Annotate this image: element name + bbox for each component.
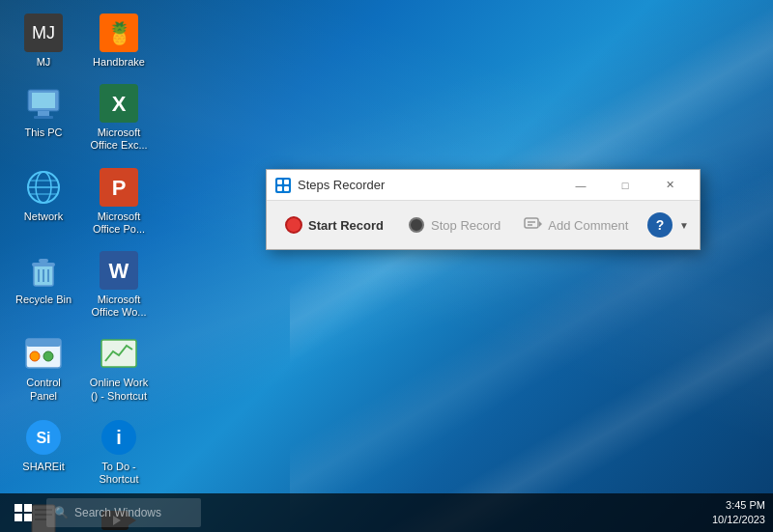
- add-comment-icon: [524, 215, 543, 235]
- windows-logo-icon: [14, 504, 32, 521]
- recycle-bin-label: Recycle Bin: [15, 294, 72, 306]
- window-controls: — □ ✕: [558, 170, 692, 201]
- desktop-icon-handbrake[interactable]: 🍍 Handbrake: [85, 10, 153, 72]
- svg-point-28: [43, 351, 53, 361]
- word-icon: W: [100, 251, 138, 290]
- online-work-label: Online Work () - Shortcut: [89, 377, 149, 402]
- powerpoint-label: Microsoft Office Po...: [89, 210, 149, 236]
- mj-label: MJ: [37, 56, 51, 69]
- stop-record-button[interactable]: Stop Record: [397, 209, 510, 241]
- word-label: Microsoft Office Wo...: [89, 294, 149, 319]
- desktop-icon-this-pc[interactable]: This PC: [10, 80, 77, 155]
- svg-text:MJ: MJ: [32, 23, 55, 42]
- icon-row-2: This PC X Microsoft Office Exc...: [10, 80, 153, 155]
- svg-rect-29: [101, 340, 136, 367]
- svg-rect-18: [32, 263, 55, 266]
- desktop-icon-online-work[interactable]: Online Work () - Shortcut: [85, 330, 153, 406]
- svg-rect-19: [39, 259, 48, 263]
- icon-row-5: Control Panel Online Work () - Shortcut: [10, 330, 153, 406]
- svg-text:X: X: [112, 92, 127, 116]
- desktop-icon-recycle-bin[interactable]: Recycle Bin: [10, 247, 77, 322]
- todo-label: To Do - Shortcut: [89, 461, 149, 486]
- taskbar-search-placeholder: Search Windows: [74, 506, 161, 519]
- desktop-icon-control-panel[interactable]: Control Panel: [10, 330, 77, 406]
- steps-recorder-app-icon: [274, 177, 292, 194]
- svg-point-27: [30, 351, 40, 361]
- taskbar-search-box[interactable]: 🔍 Search Windows: [46, 498, 201, 527]
- excel-label: Microsoft Office Exc...: [89, 126, 149, 152]
- recycle-bin-icon: [24, 251, 63, 290]
- desktop-icon-shareit[interactable]: Si SHAREit: [10, 414, 77, 490]
- excel-icon: X: [100, 84, 138, 123]
- svg-rect-45: [284, 180, 289, 184]
- shareit-label: SHAREit: [22, 461, 64, 473]
- start-record-label: Start Record: [308, 218, 384, 233]
- svg-rect-44: [277, 180, 282, 184]
- icon-row-4: Recycle Bin W Microsoft Office Wo...: [10, 247, 153, 322]
- handbrake-icon: 🍍: [100, 14, 138, 52]
- window-titlebar: Steps Recorder — □ ✕: [267, 170, 700, 201]
- control-panel-icon: [24, 334, 63, 373]
- dropdown-arrow-button[interactable]: ▼: [676, 211, 692, 238]
- taskbar-right-area: 3:45 PM 10/12/2023: [712, 498, 773, 528]
- minimize-button[interactable]: —: [558, 170, 603, 201]
- svg-text:P: P: [112, 176, 127, 200]
- taskbar-date-display: 10/12/2023: [712, 513, 765, 527]
- svg-rect-7: [34, 116, 53, 119]
- desktop-icon-word[interactable]: W Microsoft Office Wo...: [85, 247, 153, 322]
- svg-rect-47: [284, 186, 289, 191]
- start-record-icon: [284, 215, 303, 235]
- maximize-button[interactable]: □: [603, 170, 647, 201]
- todo-icon: i: [100, 418, 138, 457]
- taskbar-search-icon: 🔍: [54, 506, 69, 519]
- mj-icon: MJ: [24, 14, 63, 52]
- network-icon: [24, 168, 63, 207]
- desktop-icon-excel[interactable]: X Microsoft Office Exc...: [85, 80, 153, 155]
- svg-text:🍍: 🍍: [106, 20, 133, 46]
- stop-record-label: Stop Record: [431, 218, 501, 233]
- svg-rect-6: [38, 111, 49, 116]
- svg-rect-26: [26, 339, 61, 347]
- window-title: Steps Recorder: [298, 178, 558, 192]
- svg-text:i: i: [116, 427, 122, 448]
- taskbar-time-display: 3:45 PM: [712, 498, 765, 513]
- close-button[interactable]: ✕: [647, 170, 692, 201]
- network-label: Network: [24, 210, 63, 223]
- powerpoint-icon: P: [100, 168, 138, 207]
- desktop-icon-todo[interactable]: i To Do - Shortcut: [85, 414, 153, 490]
- taskbar: 🔍 Search Windows 3:45 PM 10/12/2023: [0, 493, 773, 532]
- desktop: MJ MJ 🍍 Handbrake: [0, 0, 773, 532]
- steps-recorder-window: Steps Recorder — □ ✕ Start Record: [266, 169, 701, 250]
- add-comment-button[interactable]: Add Comment: [514, 209, 638, 241]
- icon-row-1: MJ MJ 🍍 Handbrake: [10, 10, 153, 72]
- svg-text:Si: Si: [36, 430, 50, 446]
- svg-rect-48: [525, 218, 538, 228]
- svg-rect-5: [32, 93, 55, 108]
- start-button[interactable]: [0, 493, 46, 532]
- add-comment-label: Add Comment: [548, 218, 628, 233]
- handbrake-label: Handbrake: [93, 56, 145, 69]
- start-record-button[interactable]: Start Record: [274, 209, 393, 241]
- this-pc-label: This PC: [24, 126, 62, 139]
- desktop-icon-powerpoint[interactable]: P Microsoft Office Po...: [85, 164, 153, 239]
- icon-row-6: Si SHAREit i To Do - Shortcut: [10, 414, 153, 490]
- desktop-icons-container: MJ MJ 🍍 Handbrake: [10, 10, 153, 532]
- help-button[interactable]: ?: [647, 212, 673, 238]
- shareit-icon: Si: [24, 418, 63, 457]
- svg-rect-46: [277, 186, 282, 191]
- control-panel-label: Control Panel: [14, 377, 73, 402]
- window-toolbar: Start Record Stop Record: [267, 201, 700, 249]
- icon-row-3: Network P Microsoft Office Po...: [10, 164, 153, 239]
- this-pc-icon: [24, 84, 63, 123]
- svg-marker-51: [539, 221, 542, 227]
- stop-record-icon: [407, 215, 426, 235]
- desktop-icon-network[interactable]: Network: [10, 164, 77, 239]
- svg-text:W: W: [109, 259, 129, 283]
- taskbar-clock: 3:45 PM 10/12/2023: [712, 498, 765, 528]
- desktop-icon-mj[interactable]: MJ MJ: [10, 10, 77, 72]
- desktop-background-accent: [290, 0, 773, 532]
- online-work-icon: [100, 334, 138, 373]
